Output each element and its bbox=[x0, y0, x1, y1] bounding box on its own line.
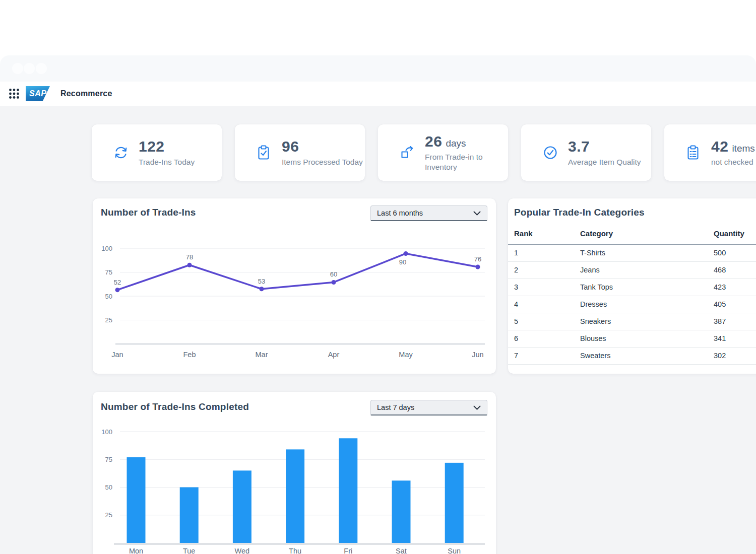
table-row: 6Blouses341 bbox=[508, 330, 756, 348]
window-maximize-dot[interactable] bbox=[36, 63, 47, 74]
data-point bbox=[115, 288, 120, 292]
chart-title: Number of Trade-Ins bbox=[101, 205, 196, 218]
chevron-down-icon bbox=[473, 405, 481, 410]
table-row: 3Tank Tops423 bbox=[508, 279, 756, 296]
data-point bbox=[260, 287, 264, 291]
rank-cell: 1 bbox=[508, 244, 580, 262]
x-tick-label: Feb bbox=[183, 351, 196, 359]
kpi-label: Items Processed Today bbox=[282, 157, 363, 167]
rank-cell: 4 bbox=[508, 296, 580, 313]
x-tick-label: Thu bbox=[289, 547, 301, 554]
kpi-card-items-not-checked: 42 items not checked bbox=[664, 124, 756, 181]
quantity-cell: 423 bbox=[714, 279, 756, 296]
column-header-quantity: Quantity bbox=[714, 225, 756, 244]
quantity-cell: 468 bbox=[714, 262, 756, 279]
window-titlebar bbox=[0, 55, 756, 82]
bar bbox=[180, 488, 199, 543]
window-minimize-dot[interactable] bbox=[24, 63, 35, 74]
app-launcher-grid-icon[interactable] bbox=[8, 88, 20, 100]
quantity-cell: 500 bbox=[714, 244, 756, 262]
app-header: SAP Recommerce bbox=[0, 82, 756, 106]
line-chart-area: 10075502552Jan78Feb53Mar60Apr90May76Jun bbox=[93, 237, 496, 365]
categories-table-body: 1T-Shirts5002Jeans4683Tank Tops4234Dress… bbox=[508, 244, 756, 365]
x-tick-label: May bbox=[399, 351, 413, 359]
kpi-value: 3.7 bbox=[568, 138, 590, 155]
x-tick-label: Jan bbox=[111, 351, 123, 359]
kpi-value: 42 bbox=[711, 138, 728, 155]
point-value-label: 53 bbox=[258, 278, 265, 285]
point-value-label: 52 bbox=[114, 279, 121, 286]
bar-chart-area: 100755025MonTueWedThuFriSatSun bbox=[93, 422, 496, 554]
bar bbox=[233, 470, 251, 543]
kpi-card-trade-ins-today: 122 Trade-Ins Today bbox=[92, 124, 222, 181]
category-cell: Sweaters bbox=[580, 348, 714, 365]
rank-cell: 3 bbox=[508, 279, 580, 296]
x-tick-label: Sat bbox=[396, 547, 407, 554]
table-row: 7Sweaters302 bbox=[508, 348, 756, 365]
point-value-label: 78 bbox=[186, 253, 193, 261]
trade-ins-chart-card: Number of Trade-Ins Last 6 months 100755… bbox=[93, 198, 496, 374]
bar bbox=[392, 480, 411, 543]
rank-cell: 6 bbox=[508, 330, 580, 348]
kpi-row: 122 Trade-Ins Today bbox=[92, 124, 756, 181]
kpi-label: Average Item Quality bbox=[568, 157, 641, 167]
table-row: 2Jeans468 bbox=[508, 262, 756, 279]
clipboard-list-icon bbox=[685, 145, 702, 161]
completed-period-select[interactable]: Last 7 days bbox=[370, 400, 487, 416]
bar bbox=[286, 449, 304, 543]
column-header-rank: Rank bbox=[508, 225, 580, 244]
data-point bbox=[332, 280, 336, 285]
data-point bbox=[476, 265, 480, 269]
kpi-label: not checked bbox=[711, 157, 755, 167]
quantity-cell: 387 bbox=[714, 313, 756, 330]
quantity-cell: 341 bbox=[714, 330, 756, 348]
table-header-row: Rank Category Quantity bbox=[508, 225, 756, 244]
y-tick-label: 100 bbox=[101, 245, 112, 252]
kpi-card-items-processed: 96 Items Processed Today bbox=[235, 124, 365, 181]
y-tick-label: 50 bbox=[105, 293, 112, 300]
category-cell: T-Shirts bbox=[580, 244, 714, 262]
category-cell: Tank Tops bbox=[580, 279, 714, 296]
quantity-cell: 302 bbox=[714, 348, 756, 365]
kpi-value: 122 bbox=[139, 138, 165, 155]
category-cell: Jeans bbox=[580, 262, 714, 279]
kpi-value: 96 bbox=[282, 138, 299, 155]
bar-chart: 100755025MonTueWedThuFriSatSun bbox=[99, 422, 488, 554]
x-tick-label: Fri bbox=[344, 547, 352, 554]
screen: SAP Recommerce bbox=[0, 0, 756, 554]
x-tick-label: Jun bbox=[472, 351, 483, 359]
kpi-value: 26 bbox=[425, 133, 442, 150]
x-tick-label: Wed bbox=[235, 547, 250, 554]
category-cell: Dresses bbox=[580, 296, 714, 313]
table-row: 1T-Shirts500 bbox=[508, 244, 756, 262]
point-value-label: 76 bbox=[474, 255, 481, 263]
trend-line bbox=[117, 253, 478, 290]
browser-window: SAP Recommerce bbox=[0, 55, 756, 554]
x-tick-label: Tue bbox=[183, 547, 195, 554]
category-cell: Sneakers bbox=[580, 313, 714, 330]
kpi-label: From Trade-in to Inventory bbox=[425, 152, 501, 172]
line-chart: 10075502552Jan78Feb53Mar60Apr90May76Jun bbox=[99, 237, 488, 363]
window-close-dot[interactable] bbox=[12, 63, 23, 74]
kpi-card-average-quality: 3.7 Average Item Quality bbox=[521, 124, 651, 181]
column-header-category: Category bbox=[580, 225, 714, 244]
rank-cell: 5 bbox=[508, 313, 580, 330]
chevron-down-icon bbox=[473, 211, 481, 216]
category-cell: Blouses bbox=[580, 330, 714, 348]
point-value-label: 90 bbox=[399, 258, 406, 266]
x-tick-label: Apr bbox=[328, 351, 340, 359]
rank-cell: 2 bbox=[508, 262, 580, 279]
bar bbox=[445, 463, 464, 543]
kpi-unit: days bbox=[446, 138, 466, 149]
completed-chart-card: Number of Trade-Ins Completed Last 7 day… bbox=[93, 392, 496, 554]
trade-ins-period-select[interactable]: Last 6 months bbox=[370, 205, 487, 221]
x-tick-label: Mon bbox=[129, 547, 143, 554]
bar bbox=[127, 457, 146, 543]
table-row: 4Dresses405 bbox=[508, 296, 756, 313]
dashboard-content: 122 Trade-Ins Today bbox=[0, 106, 756, 554]
data-point bbox=[404, 251, 408, 256]
box-arrow-icon bbox=[399, 145, 415, 161]
bar bbox=[339, 438, 357, 543]
rank-cell: 7 bbox=[508, 348, 580, 365]
clipboard-check-icon bbox=[256, 145, 272, 161]
